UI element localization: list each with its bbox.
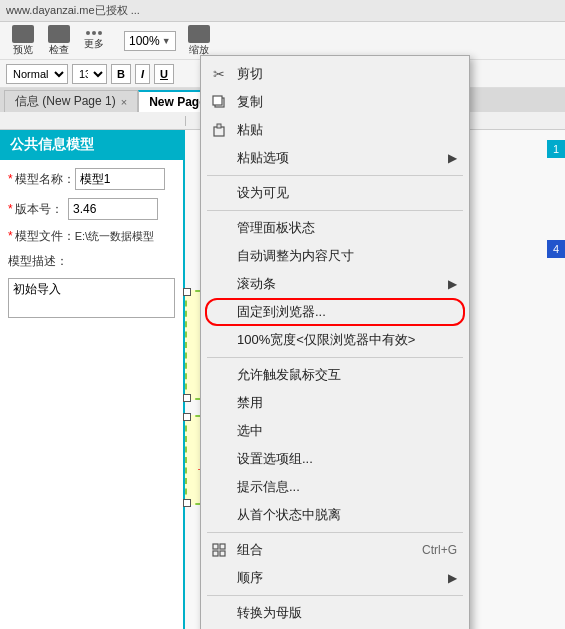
menu-item-set-visible[interactable]: 设为可见 [201, 179, 469, 207]
svg-rect-1 [213, 96, 222, 105]
scroll-arrow-icon: ▶ [448, 277, 457, 291]
browser-url: www.dayanzai.me已授权 ... [6, 3, 140, 18]
label-desc: 模型描述： [8, 253, 68, 270]
menu-item-paste-options[interactable]: 粘贴选项 ▶ [201, 144, 469, 172]
menu-label-paste-options: 粘贴选项 [237, 149, 289, 167]
zoom-dropdown-icon: ▼ [162, 36, 171, 46]
menu-label-hint: 提示信息... [237, 478, 300, 496]
form-row-file: *模型文件： E:\统一数据模型 [8, 228, 175, 245]
textarea-desc[interactable]: 初始导入 [8, 278, 175, 318]
menu-label-manage-panel: 管理面板状态 [237, 219, 315, 237]
form-row-desc: 模型描述： [8, 253, 175, 270]
style-select[interactable]: Normal [6, 64, 68, 84]
italic-btn[interactable]: I [135, 64, 150, 84]
menu-item-pin-browser[interactable]: 固定到浏览器... [201, 298, 469, 326]
separator-1 [207, 175, 463, 176]
paste-icon [209, 122, 229, 138]
menu-label-settings: 设置选项组... [237, 450, 313, 468]
svg-rect-6 [213, 551, 218, 556]
tab-info-close[interactable]: × [121, 96, 127, 108]
required-star-name: * [8, 172, 13, 186]
input-model-name[interactable] [75, 168, 165, 190]
menu-label-convert-master: 转换为母版 [237, 604, 302, 622]
handle2-bl[interactable] [183, 499, 191, 507]
set-visible-icon [209, 185, 229, 201]
svg-rect-3 [217, 124, 221, 128]
menu-label-group: 组合 [237, 541, 263, 559]
copy-icon [209, 94, 229, 110]
form-row-name: *模型名称： [8, 168, 175, 190]
inspect-btn[interactable]: 检查 [44, 23, 74, 59]
menu-item-auto-resize[interactable]: 自动调整为内容尺寸 [201, 242, 469, 270]
more-btn[interactable]: 更多 [80, 29, 108, 53]
preview-label: 预览 [13, 43, 33, 57]
menu-item-paste[interactable]: 粘贴 [201, 116, 469, 144]
svg-rect-4 [213, 544, 218, 549]
menu-label-copy: 复制 [237, 93, 263, 111]
handle-bl[interactable] [183, 394, 191, 402]
menu-label-detach: 从首个状态中脱离 [237, 506, 341, 524]
form-row-version: *版本号： [8, 198, 175, 220]
menu-label-order: 顺序 [237, 569, 263, 587]
menu-label-paste: 粘贴 [237, 121, 263, 139]
handle2-tl[interactable] [183, 413, 191, 421]
menu-item-settings[interactable]: 设置选项组... [201, 445, 469, 473]
preview-btn[interactable]: 预览 [8, 23, 38, 59]
badge-top: 1 [547, 140, 565, 158]
menu-label-auto-resize: 自动调整为内容尺寸 [237, 247, 354, 265]
menu-label-select: 选中 [237, 422, 263, 440]
label-version: *版本号： [8, 201, 68, 218]
label-name: *模型名称： [8, 171, 75, 188]
menu-label-set-visible: 设为可见 [237, 184, 289, 202]
label-file: *模型文件： [8, 228, 75, 245]
handle-tl[interactable] [183, 288, 191, 296]
menu-item-select[interactable]: 选中 [201, 417, 469, 445]
font-size-select[interactable]: 13 [72, 64, 107, 84]
svg-rect-7 [220, 551, 225, 556]
menu-item-convert-master[interactable]: 转换为母版 [201, 599, 469, 627]
zoom-control[interactable]: 100% ▼ [124, 31, 176, 51]
zoom-value: 100% [129, 34, 160, 48]
underline-btn[interactable]: U [154, 64, 174, 84]
cut-icon: ✂ [209, 66, 229, 82]
menu-item-cut[interactable]: ✂ 剪切 [201, 60, 469, 88]
form-area: *模型名称： *版本号： *模型文件： E:\统一数据模型 模型描述： 初始导入 [0, 160, 183, 329]
browser-bar: www.dayanzai.me已授权 ... [0, 0, 565, 22]
tab-info[interactable]: 信息 (New Page 1) × [4, 90, 138, 112]
more-label: 更多 [84, 37, 104, 51]
inspect-label: 检查 [49, 43, 69, 57]
paste-options-icon [209, 150, 229, 166]
group-icon [209, 542, 229, 558]
menu-item-full-width[interactable]: 100%宽度<仅限浏览器中有效> [201, 326, 469, 354]
right-sidebar: 1 4 [543, 130, 565, 629]
menu-item-touch[interactable]: 允许触发鼠标交互 [201, 361, 469, 389]
menu-item-copy[interactable]: 复制 [201, 88, 469, 116]
badge-side: 4 [547, 240, 565, 258]
separator-5 [207, 595, 463, 596]
menu-item-scroll[interactable]: 滚动条 ▶ [201, 270, 469, 298]
required-star-file: * [8, 229, 13, 243]
required-star-version: * [8, 202, 13, 216]
menu-item-order[interactable]: 顺序 ▶ [201, 564, 469, 592]
separator-4 [207, 532, 463, 533]
menu-label-cut: 剪切 [237, 65, 263, 83]
bold-btn[interactable]: B [111, 64, 131, 84]
order-arrow-icon: ▶ [448, 571, 457, 585]
menu-label-pin-browser: 固定到浏览器... [237, 303, 326, 321]
input-version[interactable] [68, 198, 158, 220]
main-panel: 公共信息模型 *模型名称： *版本号： *模型文件： E:\统一数据模型 模型描… [0, 130, 185, 629]
group-shortcut: Ctrl+G [422, 543, 457, 557]
file-path-value: E:\统一数据模型 [75, 229, 154, 244]
menu-item-manage-panel[interactable]: 管理面板状态 [201, 214, 469, 242]
menu-item-disable[interactable]: 禁用 [201, 389, 469, 417]
menu-label-full-width: 100%宽度<仅限浏览器中有效> [237, 331, 415, 349]
panel-title: 公共信息模型 [10, 136, 94, 154]
context-menu: ✂ 剪切 复制 粘贴 粘贴选项 ▶ 设为可见 管理面板状态 自动调整为内容尺寸 … [200, 55, 470, 629]
menu-label-touch: 允许触发鼠标交互 [237, 366, 341, 384]
menu-item-group[interactable]: 组合 Ctrl+G [201, 536, 469, 564]
separator-2 [207, 210, 463, 211]
menu-item-hint[interactable]: 提示信息... [201, 473, 469, 501]
zoom-btn[interactable]: 缩放 [184, 23, 214, 59]
panel-header: 公共信息模型 [0, 130, 183, 160]
menu-item-detach[interactable]: 从首个状态中脱离 [201, 501, 469, 529]
